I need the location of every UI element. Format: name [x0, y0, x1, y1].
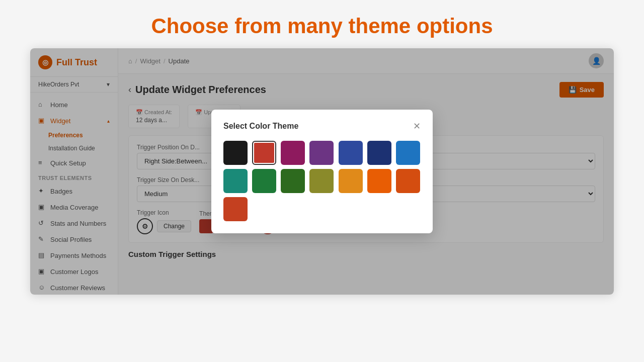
color-swatch-olive[interactable]: [309, 169, 334, 193]
modal-header: Select Color Theme ✕: [223, 122, 421, 131]
color-swatch-green[interactable]: [252, 169, 276, 193]
color-swatch-orange-deep[interactable]: [396, 169, 420, 193]
main-heading: Choose from many theme options: [0, 14, 644, 38]
color-swatch-navy[interactable]: [367, 141, 391, 165]
modal-overlay: Select Color Theme ✕: [30, 48, 614, 295]
top-section: Choose from many theme options: [0, 0, 644, 48]
color-theme-modal: Select Color Theme ✕: [211, 110, 433, 233]
color-swatch-dark-green[interactable]: [281, 169, 305, 193]
color-swatch-purple-red[interactable]: [281, 141, 305, 165]
color-swatch-black[interactable]: [223, 141, 248, 165]
color-swatch-orange-bright[interactable]: [367, 169, 391, 193]
color-swatch-teal[interactable]: [223, 169, 248, 193]
close-icon[interactable]: ✕: [413, 122, 421, 131]
color-swatch-orange-light[interactable]: [339, 169, 363, 193]
modal-title: Select Color Theme: [223, 122, 298, 131]
color-swatch-blue[interactable]: [396, 141, 420, 165]
color-grid: [223, 141, 421, 221]
color-swatch-purple[interactable]: [309, 141, 334, 165]
color-swatch-red[interactable]: [252, 141, 276, 165]
app-container: ◎ Full Trust HikeOrders Pvt ▾ ⌂ Home ▣ W…: [30, 48, 614, 295]
color-swatch-orange-rust[interactable]: [223, 197, 248, 221]
color-swatch-blue-mid[interactable]: [339, 141, 363, 165]
